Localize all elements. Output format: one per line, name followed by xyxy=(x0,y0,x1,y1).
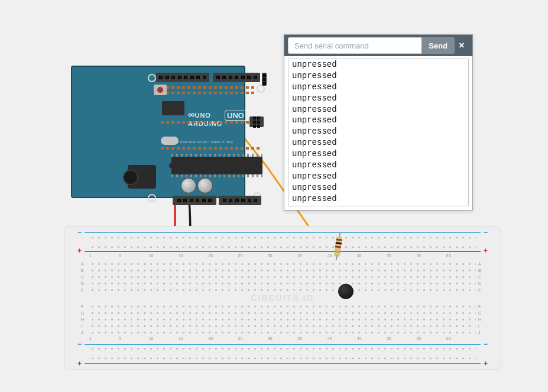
serial-line: unpressed xyxy=(292,193,465,205)
serial-line: unpressed xyxy=(292,126,465,137)
serial-line: unpressed xyxy=(292,104,465,115)
serial-header: Send × xyxy=(284,35,472,56)
arduino-pcb: ∞ UNO ARDUINO UNO www.arduino.cc - made … xyxy=(71,66,245,198)
serial-line: unpressed xyxy=(292,93,465,104)
digital-header-right[interactable] xyxy=(213,73,260,82)
dc-power-jack xyxy=(128,165,156,189)
atmega-chip xyxy=(171,157,262,174)
capacitor-1 xyxy=(181,178,196,193)
serial-line: unpressed xyxy=(292,148,465,160)
arduino-uno-board[interactable]: ∞ UNO ARDUINO UNO www.arduino.cc - made … xyxy=(65,62,245,204)
digital-header-left[interactable] xyxy=(156,73,209,82)
bottom-minus-rail[interactable] xyxy=(89,347,476,351)
send-button[interactable]: Send xyxy=(421,37,455,54)
serial-output[interactable]: unpressedunpressedunpressedunpressedunpr… xyxy=(288,59,469,206)
crystal-oscillator xyxy=(161,137,179,145)
minus-icon: − xyxy=(484,340,488,348)
serial-line: unpressed xyxy=(292,59,465,70)
plus-icon: + xyxy=(77,359,82,368)
breadboard[interactable]: − + − + − + − + CIRCUITS.IO 151015202530… xyxy=(64,226,501,370)
pushbutton-cap[interactable] xyxy=(338,284,354,299)
terminal-strip-top[interactable] xyxy=(89,261,476,293)
row-labels-top-right: ABCDE xyxy=(478,261,484,293)
plus-icon: + xyxy=(484,359,488,368)
close-icon[interactable]: × xyxy=(455,40,469,51)
analog-header[interactable] xyxy=(219,196,261,205)
reset-button[interactable] xyxy=(154,85,167,95)
serial-line: unpressed xyxy=(292,82,465,93)
terminal-strip-bottom[interactable] xyxy=(89,303,476,335)
column-labels-bottom: 151015202530354045505560 xyxy=(89,336,476,342)
serial-line: unpressed xyxy=(292,115,465,126)
serial-command-input[interactable] xyxy=(288,37,421,54)
plus-icon: + xyxy=(77,247,82,255)
row-labels-bottom-left: FGHIJ xyxy=(81,303,87,335)
breadboard-watermark: CIRCUITS.IO xyxy=(251,293,314,303)
uno-label: UNO xyxy=(225,111,247,121)
capacitor-2 xyxy=(197,178,213,193)
serial-line: unpressed xyxy=(292,70,465,82)
minus-icon: − xyxy=(484,228,488,237)
power-header[interactable] xyxy=(173,196,216,205)
arduino-logo: ∞ UNO ARDUINO xyxy=(188,109,222,127)
row-labels-top-left: ABCDE xyxy=(81,261,87,293)
serial-line: unpressed xyxy=(292,171,465,182)
silkscreen-text: www.arduino.cc - made in Italy xyxy=(180,140,233,144)
icsp-small-header[interactable] xyxy=(262,73,267,86)
icsp-header[interactable] xyxy=(249,116,264,127)
minus-icon: − xyxy=(77,228,82,237)
pushbutton[interactable] xyxy=(338,284,350,296)
column-labels-top: 151015202530354045505560 xyxy=(89,254,476,260)
serial-line: unpressed xyxy=(292,137,465,148)
top-minus-rail[interactable] xyxy=(89,236,476,239)
serial-line: unpressed xyxy=(292,182,465,193)
row-labels-bottom-right: FGHIJ xyxy=(478,303,484,335)
serial-monitor[interactable]: Send × unpressedunpressedunpressedunpres… xyxy=(284,34,473,210)
usb-chip xyxy=(162,101,184,115)
minus-icon: − xyxy=(77,340,82,348)
serial-line: unpressed xyxy=(292,160,465,171)
top-plus-rail[interactable] xyxy=(89,245,476,249)
plus-icon: + xyxy=(484,247,488,255)
bottom-plus-rail[interactable] xyxy=(89,357,476,360)
